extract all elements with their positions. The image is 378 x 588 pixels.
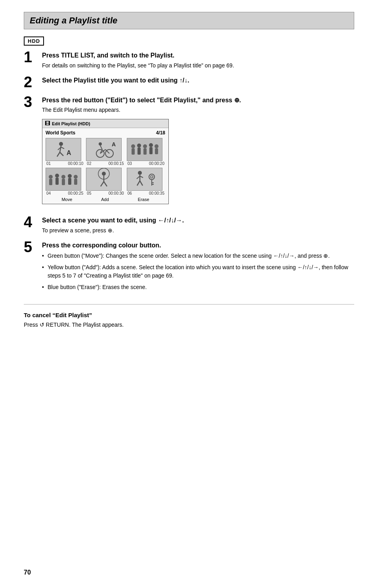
bullet-item-1: Green button ("Move"): Changes the scene…: [42, 252, 354, 260]
svg-point-31: [55, 174, 59, 178]
svg-rect-36: [68, 178, 71, 185]
bullet-item-3: Blue button ("Erase"): Erases the scene.: [42, 283, 354, 291]
svg-point-26: [155, 144, 158, 148]
scene-cell-3: 0300:00:20: [127, 138, 165, 166]
scene-label-3: 0300:00:20: [127, 161, 165, 166]
step-4-body: To preview a scene, press ⊕.: [42, 226, 354, 235]
svg-rect-0: [46, 138, 81, 161]
svg-point-37: [74, 175, 78, 179]
step-4-title: Select a scene you want to edit, using ←…: [42, 216, 354, 225]
scene-label-4: 0400:00:25: [46, 191, 84, 195]
scene-thumb-5: [86, 168, 122, 191]
section-divider: [24, 304, 354, 305]
step-3-title: Press the red button ("Edit") to select …: [42, 96, 354, 105]
bullet-item-2: Yellow button ("Add"): Adds a scene. Sel…: [42, 263, 354, 280]
page-number: 70: [24, 569, 31, 576]
svg-point-29: [49, 175, 53, 179]
svg-rect-21: [137, 147, 141, 155]
scene-cell-1: A 0100:00:10: [46, 138, 84, 166]
svg-text:A: A: [67, 149, 71, 156]
action-move: Move: [61, 197, 72, 202]
film-icon: 🎞: [45, 121, 50, 126]
step-2-title: Select the Playlist title you want to ed…: [42, 76, 354, 85]
scene-cell-5: 0500:00:30: [86, 168, 124, 195]
svg-point-18: [131, 144, 135, 148]
scene-label-2: 0200:00:15: [86, 161, 124, 166]
step-4: 4 Select a scene you want to edit, using…: [24, 216, 354, 235]
sub-section-title: To cancel “Edit Playlist”: [24, 312, 354, 318]
svg-point-20: [137, 144, 141, 147]
svg-rect-30: [49, 179, 52, 185]
step-3-number: 3: [24, 94, 42, 109]
action-labels: Move Add Erase: [46, 197, 165, 202]
step-1: 1 Press TITLE LIST, and switch to the Pl…: [24, 51, 354, 70]
step-5-number: 5: [24, 239, 42, 255]
scene-thumb-1: A: [46, 138, 81, 161]
step-1-title: Press TITLE LIST, and switch to the Play…: [42, 51, 354, 60]
step-3: 3 Press the red button ("Edit") to selec…: [24, 96, 354, 210]
bullet-list: Green button ("Move"): Changes the scene…: [42, 252, 354, 291]
scene-thumb-6: [127, 168, 162, 191]
svg-rect-19: [132, 148, 135, 155]
step-2-number: 2: [24, 75, 42, 90]
scene-label-1: 0100:00:10: [46, 161, 84, 166]
scene-label-6: 0600:00:35: [127, 191, 165, 195]
step-4-content: Select a scene you want to edit, using ←…: [42, 216, 354, 235]
step-1-number: 1: [24, 50, 42, 65]
scene-thumb-4: [46, 168, 81, 191]
hdd-badge: HDD: [24, 36, 44, 46]
svg-point-9: [99, 142, 102, 146]
page-header: Editing a Playlist title: [24, 12, 354, 29]
step-3-body: The Edit Playlist menu appears.: [42, 106, 354, 114]
svg-rect-23: [143, 148, 147, 155]
step-4-number: 4: [24, 215, 42, 230]
svg-rect-8: [86, 138, 121, 161]
action-add: Add: [101, 197, 109, 202]
step-5-content: Press the corresponding colour button. G…: [42, 241, 354, 295]
svg-point-35: [68, 174, 72, 178]
svg-point-33: [61, 175, 65, 179]
sub-section: To cancel “Edit Playlist” Press ↺ RETURN…: [24, 312, 354, 329]
sub-section-body: Press ↺ RETURN. The Playlist appears.: [24, 321, 354, 329]
scene-cell-6: 0600:00:35: [127, 168, 165, 195]
scene-label-5: 0500:00:30: [86, 191, 124, 195]
svg-rect-38: [74, 179, 77, 185]
playlist-content: World Sports 4/18: [42, 128, 168, 204]
playlist-titlebar-label: Edit Playlist (HDD): [52, 121, 90, 126]
step-5: 5 Press the corresponding colour button.…: [24, 241, 354, 295]
scene-grid: A 0100:00:10: [46, 138, 165, 195]
playlist-screenshot-box: 🎞 Edit Playlist (HDD) World Sports 4/18: [42, 119, 169, 204]
svg-rect-27: [155, 148, 158, 154]
svg-point-40: [102, 172, 106, 176]
svg-rect-32: [55, 178, 59, 185]
step-3-content: Press the red button ("Edit") to select …: [42, 96, 354, 210]
page-title: Editing a Playlist title: [30, 15, 348, 26]
step-2: 2 Select the Playlist title you want to …: [24, 76, 354, 90]
step-1-body: For details on switching to the Playlist…: [42, 61, 354, 70]
playlist-name-row: World Sports 4/18: [46, 130, 165, 136]
step-5-title: Press the corresponding colour button.: [42, 241, 354, 250]
svg-point-1: [59, 142, 63, 146]
action-erase: Erase: [138, 197, 149, 202]
scene-thumb-3: [127, 138, 162, 161]
scene-thumb-2: A: [86, 138, 122, 161]
svg-point-24: [149, 143, 153, 147]
scene-cell-2: A 0200:00:15: [86, 138, 124, 166]
svg-point-45: [138, 171, 142, 175]
svg-rect-44: [127, 168, 162, 190]
svg-point-22: [143, 144, 147, 148]
playlist-name: World Sports: [46, 130, 75, 136]
playlist-count: 4/18: [156, 130, 165, 136]
scene-cell-4: 0400:00:25: [46, 168, 84, 195]
step-1-content: Press TITLE LIST, and switch to the Play…: [42, 51, 354, 70]
svg-text:A: A: [112, 141, 116, 147]
step-2-content: Select the Playlist title you want to ed…: [42, 76, 354, 86]
svg-rect-25: [149, 147, 153, 154]
svg-rect-34: [62, 179, 65, 185]
playlist-titlebar: 🎞 Edit Playlist (HDD): [42, 119, 168, 128]
